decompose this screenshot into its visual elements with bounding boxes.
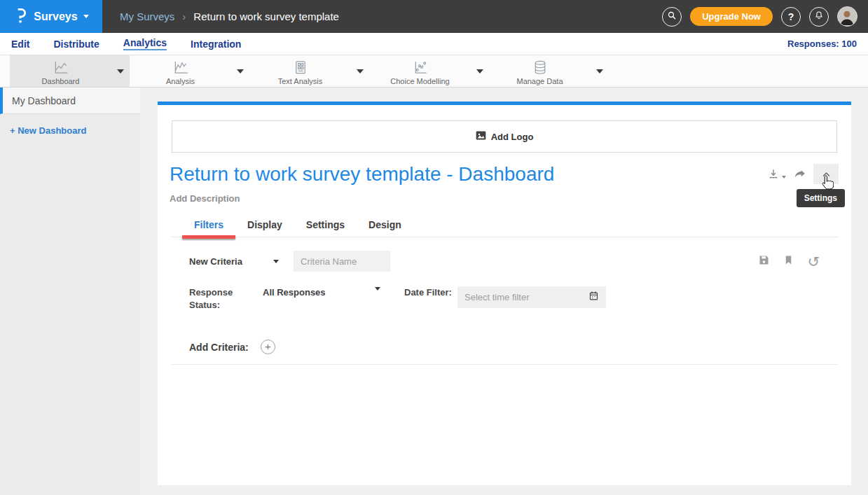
collapse-settings-button[interactable] [813, 164, 839, 184]
download-icon [766, 167, 780, 181]
notifications-button[interactable] [809, 7, 829, 27]
dashboard-panel: Add Logo Return to work survey template … [158, 102, 851, 485]
response-status-value: All Responses [263, 287, 326, 298]
chevron-down-icon [273, 260, 279, 263]
toolbar-item-label: Dashboard [42, 77, 80, 85]
toolbar-item-label: Analysis [166, 77, 195, 85]
bell-icon [813, 10, 825, 23]
filter-tabs: Filters Display Settings Design [172, 216, 839, 237]
add-criteria-button[interactable]: + [261, 340, 275, 354]
sidebar-item-label: My Dashboard [12, 95, 76, 106]
reset-button[interactable]: ↺ [807, 256, 820, 267]
manage-data-dropdown-caret[interactable] [591, 69, 609, 74]
share-icon [792, 167, 807, 181]
chevron-down-icon [83, 15, 89, 18]
response-status-label: Response Status: [189, 286, 263, 312]
save-button[interactable] [758, 254, 770, 269]
dashboard-sidebar: My Dashboard + New Dashboard [0, 88, 140, 495]
add-criteria-label: Add Criteria: [189, 342, 249, 353]
line-chart-icon [52, 60, 70, 76]
toolbar-item-analysis[interactable]: Analysis [130, 55, 249, 87]
breadcrumb: My Surveys › Return to work survey templ… [120, 11, 339, 22]
section-divider [172, 364, 839, 365]
response-status-dropdown[interactable]: All Responses [263, 286, 380, 312]
calendar-icon[interactable] [588, 291, 599, 304]
question-mark-icon: ? [788, 11, 794, 22]
product-name: Surveys [34, 11, 77, 23]
responses-count: Responses: 100 [787, 39, 857, 49]
share-button[interactable] [792, 167, 807, 181]
analytics-toolbar: Dashboard Analysis [0, 55, 868, 88]
choice-modelling-dropdown-caret[interactable] [471, 69, 489, 74]
toolbar-item-text-analysis[interactable]: Text Analysis [249, 55, 369, 87]
toolbar-item-label: Text Analysis [278, 77, 323, 85]
upgrade-now-button[interactable]: Upgrade Now [690, 7, 773, 26]
filters-panel: New Criteria [158, 251, 851, 365]
criteria-name-input[interactable] [294, 251, 390, 272]
help-button[interactable]: ? [781, 7, 801, 27]
toolbar-item-label: Manage Data [516, 77, 563, 85]
date-filter-label: Date Filter: [404, 286, 457, 312]
analysis-dropdown-caret[interactable] [231, 69, 249, 74]
page-body: My Dashboard + New Dashboard Add Logo Re… [0, 88, 868, 495]
product-switcher[interactable]: Surveys [0, 0, 102, 33]
chevron-down-icon [357, 69, 364, 74]
chevron-up-icon [821, 170, 832, 179]
bookmark-button[interactable] [783, 254, 794, 269]
download-button[interactable] [766, 167, 786, 181]
header-actions: Upgrade Now ? [662, 6, 857, 27]
chevron-down-icon [782, 176, 786, 179]
toolbar-item-label: Choice Modelling [390, 77, 449, 85]
top-header: Surveys My Surveys › Return to work surv… [0, 0, 868, 33]
tab-display[interactable]: Display [235, 216, 294, 237]
chevron-down-icon [596, 69, 603, 74]
plus-icon: + [265, 340, 271, 352]
nav-item-edit[interactable]: Edit [11, 39, 29, 50]
criteria-dropdown-value: New Criteria [189, 256, 242, 267]
toolbar-item-choice-modelling[interactable]: Choice Modelling [369, 55, 489, 87]
save-icon [758, 254, 770, 266]
breadcrumb-parent-link[interactable]: My Surveys [120, 11, 174, 22]
chevron-down-icon [117, 69, 124, 74]
add-logo-label: Add Logo [491, 132, 534, 142]
criteria-dropdown[interactable]: New Criteria [189, 256, 279, 267]
breadcrumb-separator-icon: › [182, 11, 186, 22]
scatter-chart-icon [412, 60, 429, 76]
sidebar-item-my-dashboard[interactable]: My Dashboard [0, 88, 140, 114]
chevron-down-icon [237, 69, 244, 74]
settings-tooltip: Settings [797, 189, 845, 207]
search-button[interactable] [662, 7, 682, 27]
dashboard-dropdown-caret[interactable] [111, 69, 130, 74]
document-grid-icon [292, 60, 309, 76]
trend-chart-icon [172, 60, 190, 76]
chevron-down-icon [375, 287, 380, 291]
search-icon [666, 10, 677, 23]
reset-icon: ↺ [807, 253, 820, 270]
dashboard-actions [766, 164, 839, 184]
description-placeholder[interactable]: Add Description [170, 193, 851, 204]
toolbar-item-manage-data[interactable]: Manage Data [489, 55, 609, 87]
bookmark-icon [783, 254, 794, 266]
chevron-down-icon [476, 69, 483, 74]
nav-item-integration[interactable]: Integration [191, 39, 241, 50]
criteria-action-icons: ↺ [758, 254, 820, 269]
date-filter-field [457, 286, 606, 308]
toolbar-item-dashboard[interactable]: Dashboard [10, 55, 130, 87]
image-icon [476, 130, 486, 143]
tab-settings[interactable]: Settings [294, 216, 357, 237]
text-analysis-dropdown-caret[interactable] [351, 69, 369, 74]
breadcrumb-current: Return to work survey template [193, 11, 339, 22]
nav-item-analytics[interactable]: Analytics [123, 37, 167, 50]
database-icon [532, 60, 549, 76]
survey-nav: Edit Distribute Analytics Integration Re… [0, 33, 868, 55]
time-filter-input[interactable] [464, 292, 588, 302]
questionpro-logo-icon [13, 6, 28, 27]
nav-item-distribute[interactable]: Distribute [53, 39, 99, 50]
tab-design[interactable]: Design [357, 216, 413, 237]
new-dashboard-button[interactable]: + New Dashboard [10, 125, 140, 136]
add-logo-button[interactable]: Add Logo [172, 120, 837, 153]
tab-filters[interactable]: Filters [182, 216, 235, 237]
page-title[interactable]: Return to work survey template - Dashboa… [170, 163, 249, 186]
user-avatar[interactable] [837, 6, 857, 27]
